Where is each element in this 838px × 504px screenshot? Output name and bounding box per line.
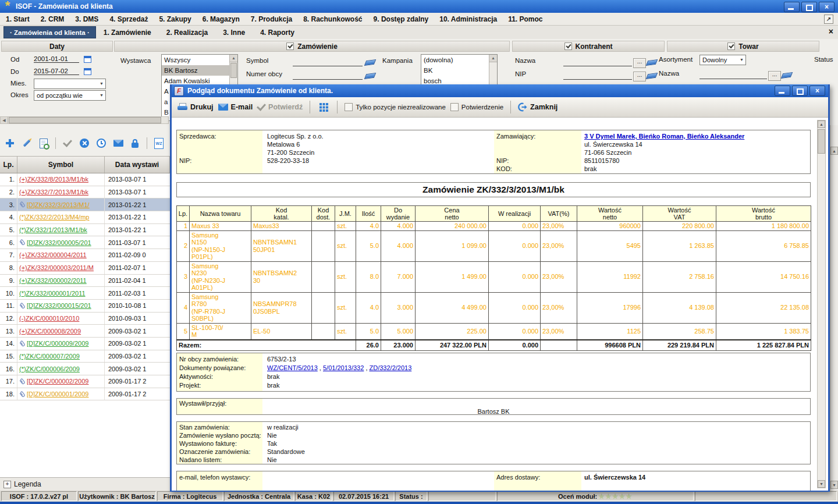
kontrahent-nip-clear-icon[interactable] [646,73,658,79]
close-module-icon[interactable]: × [829,27,833,36]
okres-select[interactable]: od początku wie▼ [34,90,106,101]
order-link[interactable]: (-)ZK/C/000010/2010 [19,315,79,322]
order-row[interactable]: 2.(+)ZK/332/7/2013/M1/bk2013-03-07 1 [0,186,170,199]
confirm-button-disabled[interactable]: Potwierdź [257,103,303,111]
order-row[interactable]: 3.[D]ZK/332/3/2013/M1/2013-01-22 1 [0,198,170,211]
email-button[interactable] [112,137,125,150]
history-button[interactable] [95,137,108,150]
order-link[interactable]: (*)ZK/C/000006/2009 [19,365,80,372]
menu-item-6-magazyn[interactable]: 6. Magazyn [203,15,240,23]
order-row[interactable]: 8.(+)ZK/332/000003/2011/M2011-02-07 1 [0,262,170,275]
order-link[interactable]: [D]ZK/C/000002/2009 [27,378,88,385]
order-row[interactable]: 13.(+)ZK/C/000008/20092009-03-02 1 [0,325,170,338]
menu-item-8-rachunkowość[interactable]: 8. Rachunkowość [303,15,362,23]
item-row[interactable]: 4Samsung R780 (NP-R780-J S0BPL)NBSAMNPR7… [177,292,811,323]
order-link[interactable]: (*)ZK/332/1/2013/M1/bk [19,226,87,233]
order-link[interactable]: [D]ZK/C/000009/2009 [27,340,88,347]
checkbox-icon[interactable] [450,103,459,111]
menu-item-7-produkcja[interactable]: 7. Produkcja [251,15,292,23]
order-row[interactable]: 11.[D]ZK/332/000015/2012010-10-08 1 [0,300,170,313]
scroll-handle[interactable] [9,117,161,123]
col-symbol[interactable]: Symbol [17,157,105,173]
wystawca-item-bk-bartosz[interactable]: BK Bartosz [162,65,237,76]
towar-nazwa-lookup-button[interactable]: ... [768,71,781,81]
edit-button[interactable] [20,137,33,150]
dialog-maximize-button[interactable] [792,86,808,96]
order-link[interactable]: [D]ZK/332/3/2013/M1/ [27,201,90,208]
order-link[interactable]: [D]ZK/C/000001/2009 [27,391,88,397]
close-dialog-button[interactable]: Zamknij [518,102,558,112]
order-row[interactable]: 12.(-)ZK/C/000010/20102010-09-03 1 [0,313,170,325]
towar-checkbox[interactable] [727,42,735,50]
menu-item-5-zakupy[interactable]: 5. Zakupy [159,15,191,23]
do-date-input[interactable]: 2015-07-02 [34,68,79,75]
scroll-up-icon[interactable]: ▲ [830,147,838,155]
numer-obcy-clear-icon[interactable] [364,73,377,79]
add-button[interactable] [3,137,16,150]
towar-nazwa-input[interactable] [699,71,767,79]
order-row[interactable]: 14.[D]ZK/C/000009/20092009-03-02 1 [0,338,170,350]
scroll-left-icon[interactable]: ◀ [1,117,8,123]
scroll-down-icon[interactable]: ▼ [830,481,838,489]
filter-horizontal-scrollbar[interactable]: ◀ [0,116,169,124]
item-row[interactable]: 2Samsung N150 (NP-N150-J P01PL)NBNTBSAMN… [177,230,811,261]
menu-item-2-crm[interactable]: 2. CRM [41,15,65,23]
main-vertical-scrollbar[interactable]: ▲ ▼ [830,125,838,491]
minimize-button[interactable] [784,2,800,12]
tab-3-inne[interactable]: 3. Inne [215,26,253,38]
legend-expander[interactable]: + Legenda [0,477,170,491]
order-link[interactable]: (+)ZK/332/8/2013/M1/bk [19,176,88,183]
scroll-up-icon[interactable]: ▲ [489,55,497,62]
order-row[interactable]: 6.[D]ZK/332/000005/2012011-03-07 1 [0,236,170,249]
order-link[interactable]: (+)ZK/332/000002/2011 [19,277,87,284]
kontrahent-nip-input[interactable] [563,72,632,80]
item-row[interactable]: 1Maxus 33Maxus33szt.4.04.000240 000.000.… [177,222,811,231]
col-lp[interactable]: Lp. [0,157,17,173]
lock-button[interactable] [129,137,141,150]
wz-document-button[interactable]: WZ [152,137,165,150]
symbol-clear-icon[interactable] [364,59,377,66]
wystawca-item-wszyscy[interactable]: Wszyscy [162,55,237,65]
kontrahent-checkbox[interactable] [564,42,572,50]
related-document-link[interactable]: 5/01/2013/332 [323,364,364,371]
kontrahent-nazwa-input[interactable] [563,58,632,66]
rating-stars-icon[interactable]: ★★★★★ [598,492,633,501]
menu-item-9-dostęp-zdalny[interactable]: 9. Dostęp zdalny [374,15,429,23]
order-link[interactable]: (*)ZK/332/000001/2011 [19,290,86,297]
towar-nazwa-clear-icon[interactable] [781,72,793,79]
grid-view-button[interactable] [317,101,330,113]
menu-item-4-sprzedaż[interactable]: 4. Sprzedaż [109,15,148,23]
mies-select[interactable]: ▼ [34,79,106,89]
kontrahent-nazwa-clear-icon[interactable] [646,59,658,66]
order-link[interactable]: (+)ZK/C/000008/2009 [19,328,81,335]
expand-icon[interactable]: + [3,481,11,488]
order-link[interactable]: [D]ZK/332/000015/201 [27,302,91,309]
symbol-input[interactable] [293,58,363,66]
dialog-minimize-button[interactable] [775,86,790,96]
order-row[interactable]: 15.(*)ZK/C/000007/20092009-03-02 1 [0,350,170,363]
kampania-item-bk[interactable]: BK [421,65,497,76]
od-calendar-icon[interactable] [84,56,91,63]
kontrahent-nip-lookup-button[interactable]: ... [633,72,646,81]
item-row[interactable]: 3Samsung N230 (NP-N230-J A01PL)NBNTBSAMN… [177,261,811,292]
tab-zamowienia-od-klienta[interactable]: · Zamówienia od klienta · [3,26,96,38]
detach-window-icon[interactable]: ↗ [824,15,833,24]
order-row[interactable]: 1.(+)ZK/332/8/2013/M1/bk2013-03-07 1 [0,173,170,186]
related-document-link[interactable]: WZ/CENT/5/2013 [267,364,318,371]
od-date-input[interactable]: 2001-01-01 [34,55,79,63]
checkbox-icon[interactable] [345,103,353,111]
maximize-button[interactable] [801,2,817,12]
menu-item-1-start[interactable]: 1. Start [6,15,30,23]
related-document-link[interactable]: ZD/332/2/2013 [370,364,412,371]
scroll-down-icon[interactable]: ▼ [818,480,825,488]
scroll-up-icon[interactable]: ▲ [818,120,825,128]
zamowienie-checkbox[interactable] [286,42,294,50]
tab-1-zamówienie[interactable]: 1. Zamówienie [96,26,159,38]
order-link[interactable]: (*)ZK/C/000007/2009 [19,353,80,360]
dialog-close-button[interactable]: × [809,86,825,96]
do-calendar-icon[interactable] [84,68,91,75]
order-link[interactable]: (+)ZK/332/000004/2011 [19,251,87,258]
numer-obcy-input[interactable] [293,72,363,80]
order-row[interactable]: 16.(*)ZK/C/000006/20092009-03-02 1 [0,363,170,375]
menu-item-10-administracja[interactable]: 10. Administracja [439,15,497,23]
